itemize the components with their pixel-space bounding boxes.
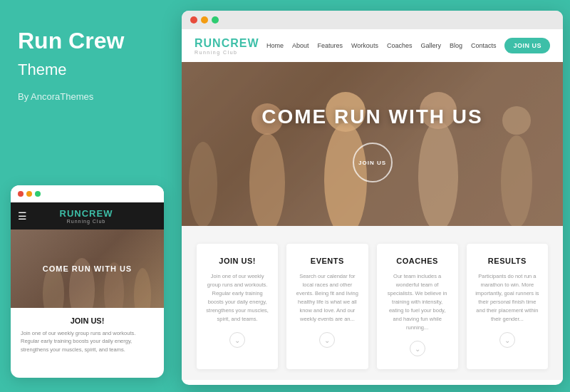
brand-title: Run Crew <box>18 29 157 53</box>
site-logo-name: RUNCREW <box>195 37 259 50</box>
nav-contacts[interactable]: Contacts <box>471 42 497 49</box>
card-coaches-title: COACHES <box>385 257 450 265</box>
site-logo-sub: Running Club <box>195 50 259 55</box>
mobile-dot-3 <box>35 191 41 197</box>
card-join-icon[interactable]: ⌄ <box>229 332 245 348</box>
card-coaches-icon[interactable]: ⌄ <box>410 341 425 356</box>
browser-window: RUNCREW Running Club Home About Features… <box>182 11 563 385</box>
brand-subtitle: Theme <box>18 61 157 79</box>
card-join-title: JOIN US! <box>205 257 269 265</box>
browser-dot-yellow <box>201 16 208 24</box>
browser-dot-red <box>190 16 197 24</box>
left-panel: Run Crew Theme By AncoraThemes ☰ RUNCREW… <box>0 0 175 392</box>
card-coaches-text: Our team includes a wonderful team of sp… <box>385 272 450 332</box>
browser-dot-green <box>212 16 219 24</box>
nav-coaches[interactable]: Coaches <box>387 42 413 49</box>
browser-titlebar <box>182 11 563 29</box>
hamburger-icon: ☰ <box>18 210 27 222</box>
mobile-hero-text: COME RUN WITH US <box>43 264 132 273</box>
nav-blog[interactable]: Blog <box>450 42 462 49</box>
site-logo: RUNCREW Running Club <box>195 37 259 55</box>
mobile-logo-text: RUNCREW <box>60 208 113 219</box>
site-nav-links: Home About Features Workouts Coaches Gal… <box>266 38 550 53</box>
nav-about[interactable]: About <box>292 42 309 49</box>
nav-home[interactable]: Home <box>266 42 284 49</box>
hero-headline: COME RUN WITH US <box>261 105 482 128</box>
mobile-card-title: JOIN US! <box>21 316 154 325</box>
nav-join-button[interactable]: JOIN US <box>504 38 550 53</box>
hero-content: COME RUN WITH US JOIN US <box>261 105 482 182</box>
site-hero: COME RUN WITH US JOIN US <box>182 62 563 226</box>
mobile-logo-sub: Running Club <box>67 219 105 224</box>
feature-cards: JOIN US! Join one of our weekly group ru… <box>182 226 563 380</box>
nav-workouts[interactable]: Workouts <box>351 42 378 49</box>
mobile-hero: COME RUN WITH US <box>11 229 164 308</box>
mobile-logo: RUNCREW Running Club <box>60 208 113 224</box>
feature-card-join: JOIN US! Join one of our weekly group ru… <box>197 244 278 369</box>
brand-by: By AncoraThemes <box>18 91 157 102</box>
card-results-icon[interactable]: ⌄ <box>499 332 515 348</box>
card-results-text: Participants do not run a marathon to wi… <box>475 272 539 324</box>
mobile-preview: ☰ RUNCREW Running Club COME RUN WITH US … <box>11 185 164 378</box>
mobile-card-text: Join one of our weekly group runs and wo… <box>21 329 154 354</box>
feature-card-coaches: COACHES Our team includes a wonderful te… <box>377 244 458 369</box>
feature-card-results: RESULTS Participants do not run a marath… <box>467 244 548 369</box>
card-results-title: RESULTS <box>475 257 539 265</box>
hero-join-button[interactable]: JOIN US <box>353 143 393 182</box>
mobile-dot-2 <box>26 191 32 197</box>
mobile-navbar: ☰ RUNCREW Running Club <box>11 202 164 229</box>
card-events-icon[interactable]: ⌄ <box>319 332 335 348</box>
card-join-text: Join one of our weekly group runs and wo… <box>205 272 269 324</box>
mobile-card: JOIN US! Join one of our weekly group ru… <box>11 308 164 362</box>
mobile-dot-1 <box>18 191 24 197</box>
site-navbar: RUNCREW Running Club Home About Features… <box>182 29 563 62</box>
card-events-text: Search our calendar for local races and … <box>295 272 359 324</box>
feature-card-events: EVENTS Search our calendar for local rac… <box>286 244 368 369</box>
nav-gallery[interactable]: Gallery <box>420 42 441 49</box>
mobile-titlebar <box>11 185 164 202</box>
card-events-title: EVENTS <box>295 257 359 265</box>
svg-point-3 <box>134 268 151 308</box>
nav-features[interactable]: Features <box>318 42 343 49</box>
